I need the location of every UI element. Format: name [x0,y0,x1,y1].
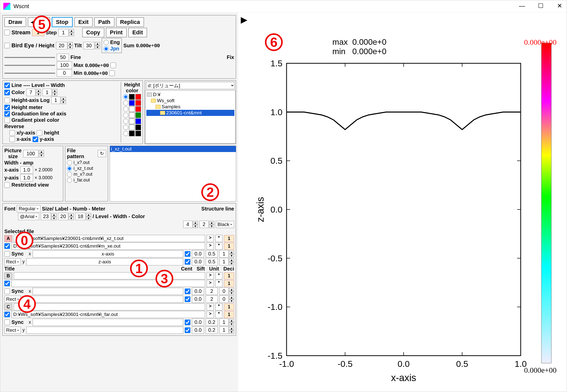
hc-radio-7[interactable] [123,131,128,136]
hc-radio-3[interactable] [123,107,128,112]
line-checkbox[interactable] [4,83,10,88]
fix-max-checkbox[interactable] [110,63,116,68]
A-x-cent[interactable] [192,250,204,258]
step-input[interactable] [58,29,68,36]
sync-B-checkbox[interactable] [4,289,10,294]
max-slider[interactable] [4,65,55,66]
file-B1-star[interactable]: * [215,272,222,279]
swatch-white4[interactable] [129,125,135,130]
hc-radio-4[interactable] [123,113,128,118]
file-B1-input[interactable] [14,272,205,279]
file-B2-input[interactable] [11,280,205,287]
swatch-black2[interactable] [135,125,141,130]
max-input[interactable] [57,62,72,69]
fontstyle-select[interactable]: Regular [17,205,40,212]
swatch-blue2[interactable] [135,118,141,124]
C-x-label-input[interactable] [33,319,183,326]
hc-radio-5[interactable] [123,119,128,124]
fine-slider[interactable] [4,57,55,58]
gradientpixel-checkbox[interactable] [4,117,10,123]
file-B1-browse[interactable]: > [207,272,214,279]
swatch-red[interactable] [135,94,141,100]
A-y-deci[interactable] [219,258,229,265]
swatch-white[interactable] [129,106,135,112]
stream-checkbox[interactable] [4,30,10,35]
C-y-label-input[interactable] [26,327,183,334]
lang-jpn-radio[interactable] [104,46,109,51]
heightlog-checkbox[interactable] [4,98,10,103]
A-y-label-input[interactable] [26,258,183,265]
file-A2-browse[interactable]: > [207,243,214,250]
path-button[interactable]: Path [94,17,115,27]
graduation-checkbox[interactable] [4,111,10,117]
min-input[interactable] [57,69,72,77]
fontname-select[interactable]: @Arial [18,213,39,220]
A-x-check[interactable] [185,251,190,257]
B-x-label-input[interactable] [33,288,183,295]
fp-radio-3[interactable] [67,172,72,177]
A-x-deci[interactable] [219,250,229,258]
file-C2-checkbox[interactable] [4,312,10,317]
edit-button[interactable]: Edit [128,28,147,37]
drive-select[interactable]: d: [ボリューム] [146,82,235,89]
file-A1-input[interactable] [14,235,205,242]
rev-height-checkbox[interactable] [37,130,42,136]
file-C1-input[interactable] [14,303,205,310]
size-numb-input[interactable] [58,213,68,220]
file-C2-input[interactable] [11,311,205,318]
rev-xyaxis-checkbox[interactable] [9,130,15,136]
file-A2-checkbox[interactable] [4,243,10,249]
A-y-check[interactable] [185,259,190,265]
swatch-black3[interactable] [129,131,135,136]
swatch-blue[interactable] [129,100,135,106]
copy-button[interactable]: Copy [82,28,104,37]
color-level-input[interactable] [26,89,35,96]
color-checkbox[interactable] [4,90,10,95]
file-item-selected[interactable]: i_xz_t.out [110,146,236,152]
swatch-red2[interactable] [135,100,141,106]
swatch-black[interactable] [129,94,135,100]
rect-C-select[interactable]: Rect [4,327,21,334]
heightmeter-checkbox[interactable] [4,105,10,110]
A-y-unit[interactable] [206,258,218,265]
A-y-cent[interactable] [192,258,204,265]
color-width-input[interactable] [42,89,52,96]
file-B2-checkbox[interactable] [4,281,10,286]
height-input[interactable] [56,42,67,49]
xaxis-amp-input[interactable] [20,166,33,174]
file-A2-input[interactable] [11,243,205,250]
fix-min-checkbox[interactable] [109,70,115,76]
struct-color-select[interactable]: Black [216,221,234,228]
hc-radio-1[interactable] [123,94,128,99]
sync-A-checkbox[interactable] [4,251,10,257]
play-button[interactable]: ▶ [241,14,247,25]
tilt-input[interactable] [83,42,94,49]
fp-radio-4[interactable] [67,178,72,183]
close-button[interactable]: ✕ [555,2,565,9]
rect-A-select[interactable]: Rect [4,258,21,265]
birdeye-checkbox[interactable] [4,43,10,48]
struct-level-input[interactable] [183,221,192,228]
min-slider[interactable] [4,73,55,74]
lang-eng-radio[interactable] [104,40,109,45]
swatch-white3[interactable] [129,118,135,124]
fine-value[interactable] [57,54,69,61]
replica-button[interactable]: Replica [116,17,144,27]
stop-button[interactable]: Stop [52,17,73,27]
file-A2-star[interactable]: * [215,243,222,250]
step-down[interactable]: ▼ [69,33,74,36]
swatch-white2[interactable] [129,112,135,118]
A-x-unit[interactable] [206,250,218,258]
rev-xaxis-checkbox[interactable] [9,137,15,142]
picturesize-input[interactable] [23,150,38,157]
hc-radio-2[interactable] [123,100,128,105]
A-x-label-input[interactable] [33,250,183,258]
fp-radio-2[interactable] [67,166,72,171]
fp-radio-1[interactable] [67,160,72,165]
draw-button[interactable]: Draw [4,17,26,27]
folder-tree[interactable]: D:¥ Ws_soft Samples 230601-cnt&mnt [145,90,236,144]
file-A1-star[interactable]: * [215,235,222,242]
file-A1-browse[interactable]: > [207,235,214,242]
maximize-button[interactable]: ☐ [536,2,546,9]
step-up[interactable]: ▲ [69,29,74,33]
